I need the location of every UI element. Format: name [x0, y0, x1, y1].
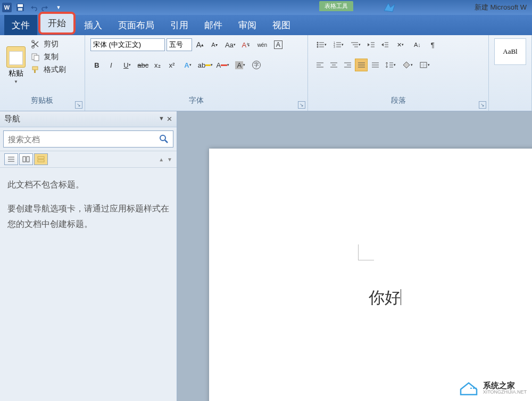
paste-button[interactable]: 粘贴 ▼ [3, 36, 29, 94]
align-left-button[interactable] [313, 59, 326, 71]
sort-button[interactable]: A↓ [409, 38, 425, 51]
navigation-pane: 导航 ▼ ✕ ▲ ▼ [0, 111, 177, 401]
nav-tab-headings[interactable] [4, 153, 18, 165]
justify-button[interactable] [355, 59, 368, 71]
nav-tab-pages[interactable] [19, 153, 33, 165]
svg-rect-6 [34, 55, 39, 61]
text-cursor [401, 289, 401, 305]
thunder-bird-icon [383, 1, 396, 14]
copy-icon [31, 53, 40, 61]
superscript-button[interactable]: x² [165, 59, 178, 71]
search-input[interactable] [3, 130, 173, 148]
clear-formatting-button[interactable]: A↯ [240, 38, 253, 51]
cut-label: 剪切 [44, 39, 59, 49]
main-area: 导航 ▼ ✕ ▲ ▼ [0, 111, 532, 401]
svg-rect-7 [32, 67, 38, 70]
italic-button[interactable]: I [105, 59, 118, 71]
group-clipboard: 粘贴 ▼ 剪切 复制 格式刷 剪贴板 ↘ [0, 35, 85, 111]
bullets-button[interactable]: ▾ [313, 38, 329, 51]
tab-file[interactable]: 文件 [4, 15, 37, 35]
font-launcher-icon[interactable]: ↘ [298, 101, 305, 109]
document-area[interactable]: 你好 [177, 111, 532, 401]
tab-review[interactable]: 审阅 [231, 16, 264, 35]
line-spacing-button[interactable]: ▾ [383, 59, 398, 71]
shading-button[interactable]: ▾ [400, 59, 415, 71]
watermark-house-icon [459, 381, 479, 396]
align-right-button[interactable] [341, 59, 354, 71]
subscript-button[interactable]: x₂ [151, 59, 164, 71]
character-border-button[interactable]: A [272, 38, 285, 51]
nav-hint-text: 要创建导航选项卡，请通过应用标题样式在您的文档中创建标题。 [7, 201, 169, 232]
decrease-indent-button[interactable] [364, 38, 377, 51]
change-case-button[interactable]: Aa▾ [222, 38, 238, 51]
tab-insert[interactable]: 插入 [77, 16, 110, 35]
format-painter-label: 格式刷 [44, 65, 66, 75]
clipboard-launcher-icon[interactable]: ↘ [75, 101, 82, 109]
text-effects-button[interactable]: A▾ [180, 59, 196, 71]
window-title: 新建 Microsoft W [475, 3, 527, 12]
nav-tab-results[interactable] [34, 153, 48, 165]
copy-button[interactable]: 复制 [31, 52, 66, 62]
group-paragraph: ▾ 123▾ ▾ ✕▾ A↓ ¶ ▾ ▾ ▾ 段落 ↘ [308, 35, 489, 111]
svg-point-9 [317, 44, 319, 46]
copy-label: 复制 [44, 52, 59, 62]
borders-button[interactable]: ▾ [417, 59, 433, 71]
document-text[interactable]: 你好 [369, 287, 401, 309]
multilevel-list-button[interactable]: ▾ [347, 38, 363, 51]
svg-rect-58 [38, 160, 44, 162]
clipboard-group-label: 剪贴板 [3, 94, 81, 108]
ribbon: 粘贴 ▼ 剪切 复制 格式刷 剪贴板 ↘ [0, 35, 532, 111]
tab-view[interactable]: 视图 [265, 16, 298, 35]
nav-dropdown-icon[interactable]: ▼ [159, 115, 164, 123]
numbering-button[interactable]: 123▾ [330, 38, 346, 51]
font-color-button[interactable]: A▾ [215, 59, 231, 71]
svg-line-51 [165, 140, 168, 143]
svg-point-10 [317, 46, 319, 48]
style-preview-normal[interactable]: AaBl [494, 38, 526, 65]
format-painter-button[interactable]: 格式刷 [31, 65, 66, 75]
svg-text:3: 3 [334, 45, 335, 48]
cut-button[interactable]: 剪切 [31, 39, 66, 49]
nav-close-icon[interactable]: ✕ [167, 115, 172, 123]
svg-rect-2 [18, 8, 22, 11]
paragraph-launcher-icon[interactable]: ↘ [479, 101, 486, 109]
svg-point-50 [160, 135, 165, 141]
document-page[interactable]: 你好 [209, 149, 532, 401]
bold-button[interactable]: B [90, 59, 103, 71]
undo-icon[interactable] [28, 2, 38, 13]
phonetic-guide-button[interactable]: wén [254, 38, 270, 51]
character-shading-button[interactable]: A▾ [232, 59, 248, 71]
contextual-tab-table-tools: 表格工具 [319, 1, 353, 11]
tab-references[interactable]: 引用 [163, 16, 196, 35]
strikethrough-button[interactable]: abc [137, 59, 149, 71]
margin-mark-icon [358, 244, 374, 260]
group-font: 宋体 (中文正文) 五号 A▴ A▾ Aa▾ A↯ wén A B I U▾ a… [85, 35, 309, 111]
tab-mailings[interactable]: 邮件 [197, 16, 230, 35]
tab-home[interactable]: 开始 [38, 12, 76, 35]
shrink-font-button[interactable]: A▾ [208, 38, 221, 51]
align-center-button[interactable] [327, 59, 340, 71]
show-marks-button[interactable]: ¶ [426, 38, 439, 51]
paste-label: 粘贴 [9, 69, 23, 78]
paste-icon [6, 46, 26, 68]
grow-font-button[interactable]: A▴ [194, 38, 206, 51]
group-styles: AaBl [489, 35, 532, 111]
font-size-combo[interactable]: 五号 [167, 38, 192, 51]
underline-button[interactable]: U▾ [119, 59, 135, 71]
svg-point-8 [317, 42, 319, 44]
distributed-button[interactable] [369, 59, 381, 71]
font-name-combo[interactable]: 宋体 (中文正文) [90, 38, 165, 51]
nav-no-headings-text: 此文档不包含标题。 [7, 177, 169, 193]
enclose-characters-button[interactable]: 字 [250, 59, 263, 71]
search-icon[interactable] [159, 134, 169, 146]
nav-next-icon[interactable]: ▼ [167, 157, 172, 162]
svg-rect-55 [23, 157, 26, 162]
save-icon[interactable] [15, 2, 26, 13]
highlight-button[interactable]: ab▾ [197, 59, 213, 71]
increase-indent-button[interactable] [378, 38, 391, 51]
font-group-label: 字体 [88, 94, 305, 108]
text-direction-button[interactable]: ✕▾ [392, 38, 408, 51]
tab-layout[interactable]: 页面布局 [111, 16, 162, 35]
ribbon-tabs: 文件 开始 插入 页面布局 引用 邮件 审阅 视图 [0, 15, 532, 35]
nav-prev-icon[interactable]: ▲ [159, 157, 164, 162]
